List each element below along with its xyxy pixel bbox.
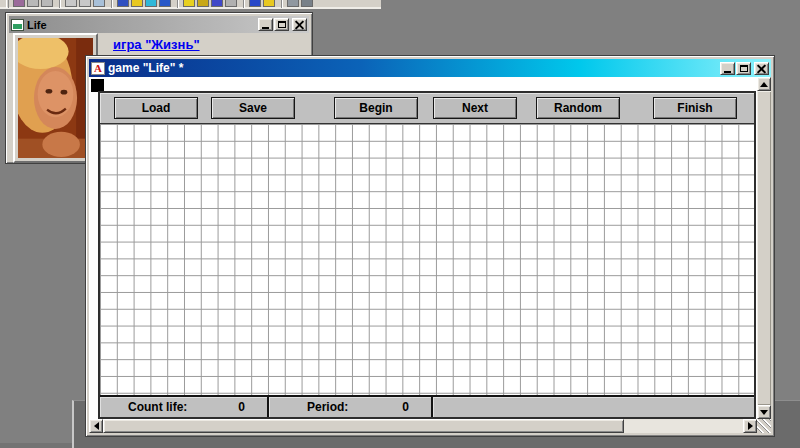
minimize-button[interactable] [258, 18, 273, 31]
game-panel: Load Save Begin Next Random Finish Count… [98, 91, 756, 419]
toolbar-gutter [6, 0, 9, 8]
random-button[interactable]: Random [536, 97, 620, 119]
desktop-bottom-edge [0, 443, 72, 448]
toolbar-icon[interactable] [197, 0, 209, 7]
scroll-down-button[interactable] [757, 405, 771, 419]
status-period: Period: 0 [269, 397, 433, 417]
horizontal-scrollbar-thumb[interactable] [103, 419, 624, 433]
arrow-up-icon [760, 82, 768, 87]
scroll-up-button[interactable] [757, 77, 771, 91]
life-window-titlebar[interactable]: Life [9, 16, 309, 33]
app-icon: A [91, 62, 105, 75]
toolbar-separator [243, 0, 245, 8]
toolbar-icon[interactable] [145, 0, 157, 7]
minimize-icon [262, 27, 269, 29]
toolbar-separator [111, 0, 113, 8]
maximize-button[interactable] [736, 62, 751, 75]
toolbar-icon[interactable] [249, 0, 261, 7]
close-button[interactable] [292, 18, 307, 31]
toolbar-separator [177, 0, 179, 8]
arrow-right-icon [748, 422, 753, 430]
toolbar-icon[interactable] [131, 0, 143, 7]
toolbar-icon[interactable] [13, 0, 25, 7]
load-button[interactable]: Load [114, 97, 198, 119]
status-empty [433, 397, 754, 417]
background-app-toolbar [0, 0, 381, 10]
toolbar-icon[interactable] [301, 0, 313, 7]
main-window-title: game "Life" * [108, 61, 183, 75]
toolbar-icon[interactable] [159, 0, 171, 7]
minimize-button[interactable] [720, 62, 735, 75]
vertical-scrollbar[interactable] [757, 77, 771, 419]
game-life-window: A game "Life" * Load Save Begin Next Ran… [85, 55, 775, 437]
minimize-icon [724, 71, 731, 73]
portrait-photo [18, 38, 93, 158]
game-life-link[interactable]: игра "Жизнь" [113, 37, 200, 52]
toolbar-icon[interactable] [287, 0, 299, 7]
life-cell-grid[interactable] [100, 123, 754, 395]
toolbar-icon[interactable] [93, 0, 105, 7]
maximize-button[interactable] [274, 18, 289, 31]
close-icon [757, 64, 766, 73]
next-button[interactable]: Next [433, 97, 517, 119]
toolbar-separator [59, 0, 61, 8]
status-count-life: Count life: 0 [100, 397, 269, 417]
count-life-label: Count life: [128, 400, 187, 414]
horizontal-scrollbar[interactable] [89, 419, 757, 433]
toolbar-icon[interactable] [225, 0, 237, 7]
toolbar-icon[interactable] [65, 0, 77, 7]
period-value: 0 [402, 400, 431, 414]
close-icon [295, 20, 304, 29]
scroll-left-button[interactable] [89, 419, 103, 433]
maximize-icon [278, 21, 286, 28]
maximize-icon [740, 65, 748, 72]
vertical-scrollbar-thumb[interactable] [757, 91, 771, 405]
resize-grip[interactable] [757, 419, 771, 433]
toolbar-icon[interactable] [41, 0, 53, 7]
save-button[interactable]: Save [211, 97, 295, 119]
arrow-left-icon [94, 422, 99, 430]
toolbar-icon[interactable] [263, 0, 275, 7]
toolbar-icon[interactable] [79, 0, 91, 7]
life-window-icon [11, 19, 24, 31]
main-window-titlebar[interactable]: A game "Life" * [89, 59, 771, 77]
begin-button[interactable]: Begin [334, 97, 418, 119]
toolbar-icon[interactable] [117, 0, 129, 7]
game-toolbar: Load Save Begin Next Random Finish [100, 93, 754, 123]
finish-button[interactable]: Finish [653, 97, 737, 119]
status-bar: Count life: 0 Period: 0 [100, 395, 754, 417]
toolbar-icon[interactable] [27, 0, 39, 7]
main-window-client: Load Save Begin Next Random Finish Count… [89, 77, 771, 433]
toolbar-icon[interactable] [183, 0, 195, 7]
period-label: Period: [307, 400, 348, 414]
life-window-title: Life [27, 19, 47, 31]
count-life-value: 0 [238, 400, 267, 414]
scroll-right-button[interactable] [743, 419, 757, 433]
toolbar-separator [281, 0, 283, 8]
toolbar-icon[interactable] [211, 0, 223, 7]
arrow-down-icon [760, 410, 768, 415]
close-button[interactable] [754, 62, 769, 75]
background-toolbar-icons [13, 0, 315, 8]
